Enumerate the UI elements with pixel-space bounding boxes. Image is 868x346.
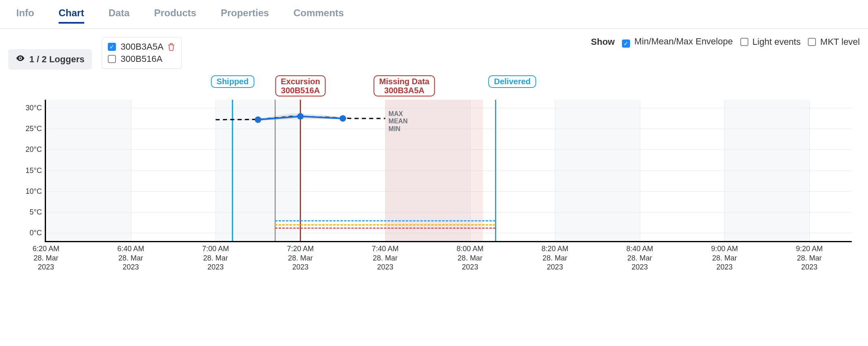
subbar: 1 / 2 Loggers ✓ 300B3A5A 300B516A Show ✓… bbox=[0, 29, 868, 70]
eye-icon bbox=[15, 53, 25, 66]
checkbox-light[interactable] bbox=[740, 38, 748, 46]
x-tick: 7:20 AM28. Mar2023 bbox=[287, 244, 314, 272]
tabs: Info Chart Data Products Properties Comm… bbox=[0, 0, 868, 29]
envelope-labels: MAXMEANMIN bbox=[388, 110, 408, 133]
show-label: Show bbox=[591, 37, 615, 47]
svg-point-0 bbox=[20, 57, 21, 59]
tab-properties[interactable]: Properties bbox=[221, 7, 269, 24]
series-point[interactable] bbox=[255, 116, 261, 123]
opt-envelope-label: Min/Mean/Max Envelope bbox=[635, 36, 733, 46]
logger-1-label: 300B516A bbox=[121, 54, 163, 64]
logger-item-0[interactable]: ✓ 300B3A5A bbox=[108, 41, 176, 53]
y-tick: 5°C bbox=[30, 208, 46, 216]
y-tick: 10°C bbox=[26, 187, 46, 195]
y-tick: 25°C bbox=[26, 125, 46, 133]
opt-mkt[interactable]: MKT level bbox=[808, 37, 860, 47]
x-tick: 8:20 AM28. Mar2023 bbox=[541, 244, 568, 272]
x-tick: 6:40 AM28. Mar2023 bbox=[117, 244, 144, 272]
x-tick: 9:00 AM28. Mar2023 bbox=[711, 244, 738, 272]
checkbox-logger-0[interactable]: ✓ bbox=[108, 43, 116, 51]
event-shipped-label: Shipped bbox=[211, 75, 254, 88]
logger-list: ✓ 300B3A5A 300B516A bbox=[102, 37, 182, 69]
series-svg bbox=[46, 100, 852, 241]
plot-area[interactable]: 6:20 AM28. Mar20236:40 AM28. Mar20237:00… bbox=[45, 100, 852, 242]
trash-icon[interactable] bbox=[167, 42, 176, 51]
checkbox-mkt[interactable] bbox=[808, 38, 816, 46]
opt-mkt-label: MKT level bbox=[820, 37, 860, 47]
x-tick: 7:00 AM28. Mar2023 bbox=[202, 244, 229, 272]
opt-envelope[interactable]: ✓ Min/Mean/Max Envelope bbox=[622, 36, 733, 48]
tab-data[interactable]: Data bbox=[109, 7, 130, 24]
opt-light[interactable]: Light events bbox=[740, 37, 801, 47]
y-tick: 0°C bbox=[30, 228, 46, 237]
tab-comments[interactable]: Comments bbox=[293, 7, 344, 24]
opt-light-label: Light events bbox=[752, 37, 801, 47]
event-excursion-label: Excursion300B516A bbox=[275, 75, 326, 96]
checkbox-envelope[interactable]: ✓ bbox=[622, 39, 630, 48]
x-tick: 8:00 AM28. Mar2023 bbox=[457, 244, 484, 272]
event-delivered-label: Delivered bbox=[488, 75, 536, 88]
x-tick: 7:40 AM28. Mar2023 bbox=[372, 244, 399, 272]
checkbox-logger-1[interactable] bbox=[108, 55, 116, 63]
tab-products[interactable]: Products bbox=[154, 7, 196, 24]
missing-label: Missing Data300B3A5A bbox=[373, 75, 435, 96]
tab-info[interactable]: Info bbox=[16, 7, 34, 24]
y-tick: 30°C bbox=[26, 104, 46, 112]
series-point[interactable] bbox=[297, 113, 304, 120]
loggers-summary-text: 1 / 2 Loggers bbox=[29, 54, 85, 65]
chart: 6:20 AM28. Mar20236:40 AM28. Mar20237:00… bbox=[8, 75, 860, 287]
x-tick: 8:40 AM28. Mar2023 bbox=[626, 244, 653, 272]
x-tick: 6:20 AM28. Mar2023 bbox=[33, 244, 59, 272]
logger-item-1[interactable]: 300B516A bbox=[108, 53, 176, 65]
logger-0-label: 300B3A5A bbox=[121, 42, 164, 52]
show-options: Show ✓ Min/Mean/Max Envelope Light event… bbox=[591, 34, 860, 48]
y-tick: 20°C bbox=[26, 145, 46, 154]
y-tick: 15°C bbox=[26, 166, 46, 175]
tab-chart[interactable]: Chart bbox=[59, 7, 84, 24]
loggers-summary[interactable]: 1 / 2 Loggers bbox=[8, 49, 92, 70]
series-point[interactable] bbox=[340, 115, 346, 122]
x-tick: 9:20 AM28. Mar2023 bbox=[796, 244, 823, 272]
